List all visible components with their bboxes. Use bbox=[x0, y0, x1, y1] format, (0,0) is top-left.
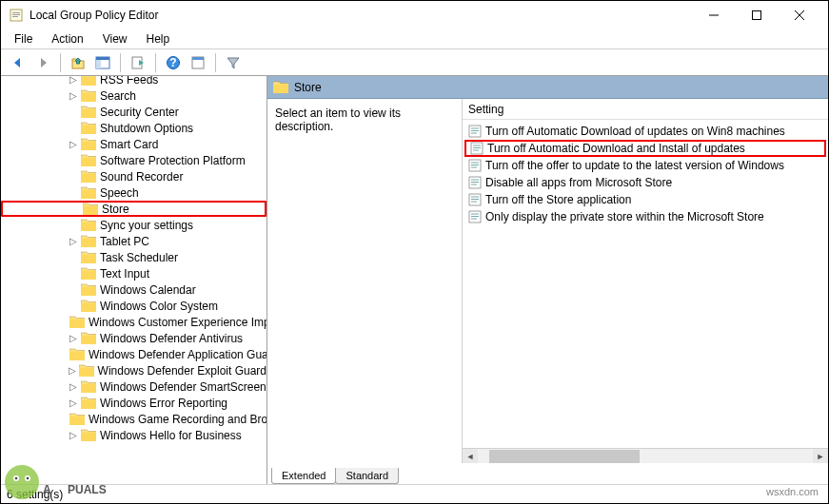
scroll-thumb[interactable] bbox=[489, 450, 640, 463]
tree-item-label: Windows Calendar bbox=[100, 283, 196, 297]
export-button[interactable] bbox=[127, 51, 149, 74]
menu-help[interactable]: Help bbox=[139, 30, 178, 48]
tree-item[interactable]: Windows Color System bbox=[1, 298, 266, 314]
folder-icon bbox=[83, 203, 98, 215]
tab-extended[interactable]: Extended bbox=[271, 468, 336, 484]
tree-item-label: Windows Error Reporting bbox=[100, 397, 227, 410]
expander-icon[interactable]: ▷ bbox=[68, 365, 77, 376]
folder-icon bbox=[81, 170, 96, 183]
folder-icon bbox=[81, 89, 96, 102]
folder-icon bbox=[273, 81, 288, 93]
setting-item[interactable]: Only display the private store within th… bbox=[464, 208, 826, 225]
show-hide-tree-button[interactable] bbox=[91, 51, 114, 74]
menu-bar: File Action View Help bbox=[1, 29, 828, 48]
toolbar: ? bbox=[1, 48, 828, 75]
tree-item[interactable]: Task Scheduler bbox=[1, 249, 266, 265]
tree-item-label: Windows Hello for Business bbox=[100, 429, 242, 442]
tree-item[interactable]: Text Input bbox=[1, 265, 266, 281]
folder-icon bbox=[81, 267, 96, 280]
tree-item[interactable]: Windows Calendar bbox=[1, 281, 266, 298]
folder-icon bbox=[69, 413, 85, 425]
tree-item[interactable]: Sound Recorder bbox=[1, 168, 266, 184]
tree-item[interactable]: ▷Tablet PC bbox=[1, 233, 266, 249]
expander-icon[interactable]: ▷ bbox=[68, 236, 79, 246]
folder-icon bbox=[81, 380, 96, 393]
svg-rect-24 bbox=[473, 150, 479, 151]
tree-item[interactable]: ▷Windows Defender SmartScreen bbox=[1, 378, 266, 395]
tree-item[interactable]: Software Protection Platform bbox=[1, 152, 266, 168]
svg-rect-30 bbox=[471, 180, 479, 181]
tree-item[interactable]: Windows Defender Application Guard bbox=[1, 346, 266, 362]
svg-rect-16 bbox=[192, 57, 204, 60]
menu-file[interactable]: File bbox=[7, 30, 40, 48]
filter-button[interactable] bbox=[222, 51, 245, 74]
svg-rect-19 bbox=[471, 130, 479, 131]
tree-item-label: Windows Defender Application Guard bbox=[89, 348, 267, 361]
expander-icon[interactable]: ▷ bbox=[68, 381, 79, 392]
expander-icon[interactable]: ▷ bbox=[68, 90, 79, 101]
tree-item-label: Store bbox=[102, 203, 129, 216]
maximize-button[interactable] bbox=[735, 1, 778, 29]
expander-icon[interactable]: ▷ bbox=[68, 430, 79, 440]
setting-item[interactable]: Disable all apps from Microsoft Store bbox=[464, 174, 826, 191]
forward-button[interactable] bbox=[31, 51, 54, 74]
back-button[interactable] bbox=[7, 51, 30, 74]
tree-item[interactable]: Windows Game Recording and Broadcasting bbox=[1, 411, 266, 427]
expander-icon[interactable]: ▷ bbox=[68, 397, 79, 408]
tree-item[interactable]: ▷RSS Feeds bbox=[1, 76, 266, 87]
setting-item[interactable]: Turn off the offer to update to the late… bbox=[464, 157, 826, 174]
setting-item[interactable]: Turn off Automatic Download and Install … bbox=[464, 140, 826, 157]
svg-rect-23 bbox=[473, 147, 481, 148]
details-panel: Store Select an item to view its descrip… bbox=[267, 76, 828, 484]
details-tabs: Extended Standard bbox=[267, 463, 828, 484]
tree-item[interactable]: ▷Smart Card bbox=[1, 136, 266, 152]
folder-icon bbox=[81, 283, 96, 296]
setting-icon bbox=[468, 193, 482, 206]
minimize-button[interactable] bbox=[692, 1, 735, 29]
svg-rect-1 bbox=[12, 12, 20, 13]
tree-item[interactable]: ▷Windows Defender Exploit Guard bbox=[1, 362, 266, 378]
tree-item[interactable]: ▷Windows Error Reporting bbox=[1, 395, 266, 411]
scroll-track[interactable] bbox=[478, 449, 813, 464]
tree-item[interactable]: ▷Windows Defender Antivirus bbox=[1, 330, 266, 346]
svg-rect-26 bbox=[471, 163, 479, 164]
setting-label: Turn off the offer to update to the late… bbox=[485, 159, 784, 172]
svg-rect-31 bbox=[471, 182, 479, 183]
tree-item[interactable]: Speech bbox=[1, 184, 266, 201]
content-area: ▷RSS Feeds▷SearchSecurity CenterShutdown… bbox=[1, 75, 828, 484]
tree-item[interactable]: Windows Customer Experience Improvement … bbox=[1, 314, 266, 330]
up-button[interactable] bbox=[67, 51, 89, 74]
tree-item[interactable]: Security Center bbox=[1, 104, 266, 120]
scroll-right-icon[interactable]: ► bbox=[813, 449, 828, 464]
expander-icon[interactable]: ▷ bbox=[68, 76, 79, 85]
setting-item[interactable]: Turn off the Store application bbox=[464, 191, 826, 208]
folder-icon bbox=[81, 251, 96, 263]
close-button[interactable] bbox=[778, 1, 820, 29]
tree-item[interactable]: Store bbox=[1, 201, 266, 217]
svg-rect-5 bbox=[752, 11, 760, 20]
svg-rect-40 bbox=[471, 219, 477, 220]
help-button[interactable]: ? bbox=[162, 51, 185, 74]
tree-item[interactable]: Sync your settings bbox=[1, 217, 266, 233]
tree-item-label: RSS Feeds bbox=[100, 76, 158, 87]
expander-icon[interactable]: ▷ bbox=[68, 139, 79, 149]
folder-icon bbox=[81, 300, 96, 312]
tree-item[interactable]: ▷Windows Hello for Business bbox=[1, 427, 266, 443]
folder-icon bbox=[81, 154, 96, 166]
properties-button[interactable] bbox=[187, 51, 209, 74]
description-column: Select an item to view its description. bbox=[267, 99, 463, 463]
setting-item[interactable]: Turn off Automatic Download of updates o… bbox=[464, 123, 826, 140]
scroll-left-icon[interactable]: ◄ bbox=[463, 449, 478, 464]
tab-standard[interactable]: Standard bbox=[335, 468, 399, 484]
expander-icon[interactable]: ▷ bbox=[68, 333, 79, 343]
folder-icon bbox=[81, 122, 96, 134]
svg-rect-34 bbox=[471, 197, 479, 198]
settings-column-header[interactable]: Setting bbox=[463, 99, 828, 120]
menu-action[interactable]: Action bbox=[44, 30, 90, 48]
horizontal-scrollbar[interactable]: ◄ ► bbox=[463, 448, 828, 463]
tree-item[interactable]: ▷Search bbox=[1, 87, 266, 104]
tree-item[interactable]: Shutdown Options bbox=[1, 120, 266, 136]
menu-view[interactable]: View bbox=[95, 30, 135, 48]
settings-list[interactable]: Turn off Automatic Download of updates o… bbox=[463, 120, 828, 448]
tree-panel[interactable]: ▷RSS Feeds▷SearchSecurity CenterShutdown… bbox=[1, 76, 267, 484]
